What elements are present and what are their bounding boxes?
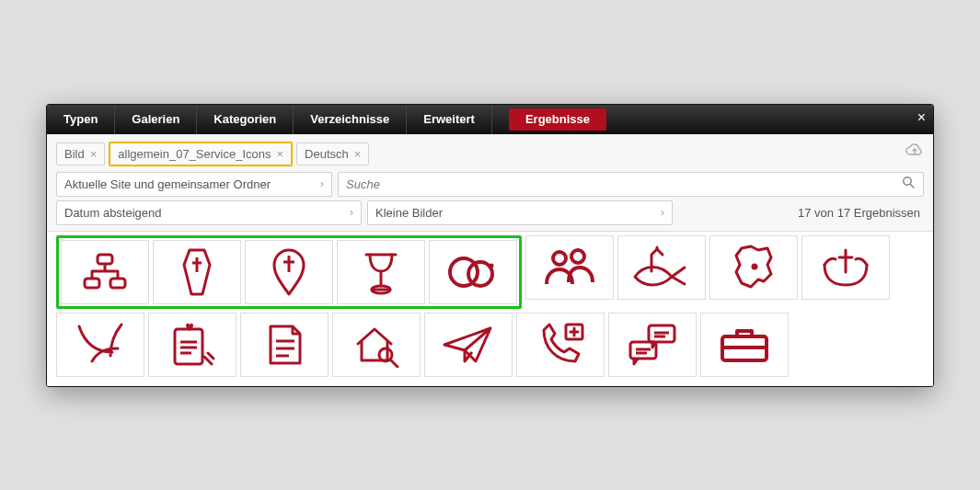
- thumbnail-size-select[interactable]: Kleine Bilder: [367, 200, 673, 225]
- chip-gallery[interactable]: allgemein_07_Service_Icons ×: [109, 142, 293, 166]
- search-icon[interactable]: [894, 176, 923, 192]
- tab-kategorien[interactable]: Kategorien: [197, 105, 294, 134]
- search-input[interactable]: [339, 173, 894, 196]
- thumb-chat-bubbles-icon[interactable]: [608, 313, 697, 377]
- filter-chip-row: Bild × allgemein_07_Service_Icons × Deut…: [56, 142, 924, 166]
- thumb-chalice-icon[interactable]: [337, 240, 425, 304]
- grid-row: [56, 313, 924, 377]
- thumb-paper-plane-icon[interactable]: [424, 313, 513, 377]
- thumb-pin-cross-icon[interactable]: [245, 240, 333, 304]
- thumb-coffin-icon[interactable]: [153, 240, 241, 304]
- svg-point-8: [490, 263, 494, 268]
- thumb-region-map-icon[interactable]: [709, 235, 798, 300]
- tab-ergebnisse[interactable]: Ergebnisse: [509, 108, 606, 131]
- thumb-org-chart-icon[interactable]: [61, 240, 149, 304]
- toolbar: Bild × allgemein_07_Service_Icons × Deut…: [47, 134, 933, 232]
- thumb-contract-heart-icon[interactable]: [148, 313, 236, 377]
- chip-remove-icon[interactable]: ×: [354, 147, 362, 161]
- site-scope-select[interactable]: Aktuelle Site und gemeinsamer Ordner: [56, 172, 332, 197]
- tab-erweitert[interactable]: Erweitert: [407, 105, 492, 134]
- tab-galerien[interactable]: Galerien: [115, 105, 197, 134]
- thumb-branch-icon[interactable]: [56, 313, 144, 377]
- close-icon[interactable]: ×: [917, 110, 926, 125]
- thumb-people-icon[interactable]: [525, 235, 614, 300]
- thumb-hands-cross-icon[interactable]: [801, 235, 890, 300]
- search-field-wrap: [338, 172, 924, 197]
- upload-cloud-icon[interactable]: [905, 143, 924, 161]
- chip-type-bild[interactable]: Bild ×: [56, 142, 105, 165]
- thumb-church-fish-icon[interactable]: [617, 235, 706, 300]
- dialog-window: Typen Galerien Kategorien Verzeichnisse …: [46, 104, 934, 387]
- thumb-house-search-icon[interactable]: [332, 313, 421, 377]
- site-search-row: Aktuelle Site und gemeinsamer Ordner: [56, 172, 924, 197]
- svg-point-7: [468, 262, 492, 286]
- chip-remove-icon[interactable]: ×: [277, 147, 284, 161]
- chip-language[interactable]: Deutsch ×: [296, 142, 369, 165]
- sort-order-select[interactable]: Datum absteigend: [56, 200, 362, 225]
- thumb-phone-plus-icon[interactable]: [516, 313, 605, 377]
- tab-typen[interactable]: Typen: [47, 105, 115, 134]
- svg-rect-3: [85, 279, 99, 288]
- svg-point-10: [571, 250, 584, 263]
- results-count: 17 von 17 Ergebnissen: [798, 206, 924, 220]
- svg-point-11: [753, 265, 756, 268]
- chip-label: allgemein_07_Service_Icons: [118, 147, 271, 161]
- chip-label: Deutsch: [305, 147, 349, 161]
- thumb-note-icon[interactable]: [240, 313, 329, 377]
- selection-highlight: [56, 235, 522, 309]
- svg-point-9: [553, 252, 566, 265]
- tab-bar: Typen Galerien Kategorien Verzeichnisse …: [47, 105, 933, 134]
- tab-verzeichnisse[interactable]: Verzeichnisse: [294, 105, 407, 134]
- svg-rect-4: [110, 279, 125, 288]
- grid-row: [56, 235, 924, 309]
- chip-remove-icon[interactable]: ×: [90, 147, 98, 161]
- thumb-briefcase-icon[interactable]: [700, 313, 789, 377]
- svg-line-1: [910, 184, 914, 188]
- chip-label: Bild: [64, 147, 85, 161]
- results-grid: [47, 235, 933, 386]
- thumb-rings-icon[interactable]: [429, 240, 517, 304]
- svg-rect-2: [98, 255, 112, 264]
- sort-size-row: Datum absteigend Kleine Bilder 17 von 17…: [56, 200, 924, 225]
